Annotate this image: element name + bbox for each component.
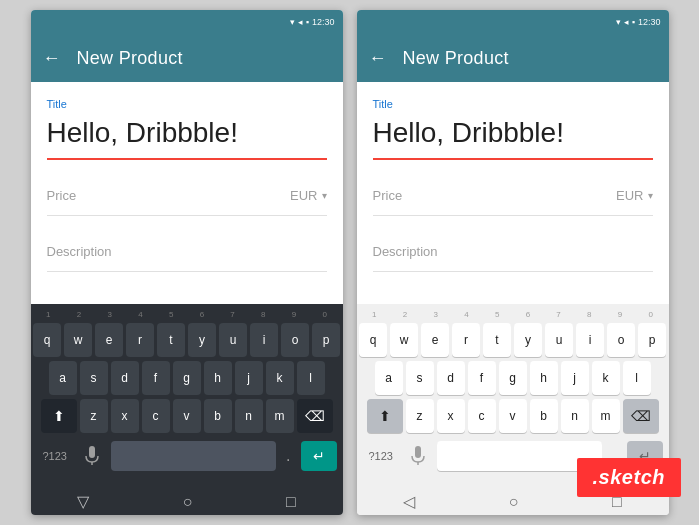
key-a[interactable]: a	[49, 361, 77, 395]
key-f[interactable]: f	[142, 361, 170, 395]
key-m[interactable]: m	[266, 399, 294, 433]
key-e[interactable]: e	[95, 323, 123, 357]
key-row-3-light: ⬆ z x c v b n m ⌫	[359, 399, 667, 433]
sketch-badge: .sketch	[577, 458, 681, 497]
shift-key-light[interactable]: ⬆	[367, 399, 403, 433]
key-v-l[interactable]: v	[499, 399, 527, 433]
description-underline-light	[373, 271, 653, 272]
key-x-l[interactable]: x	[437, 399, 465, 433]
key-w-l[interactable]: w	[390, 323, 418, 357]
key-k-l[interactable]: k	[592, 361, 620, 395]
title-value-light[interactable]: Hello, Dribbble!	[373, 116, 653, 154]
price-label-dark: Price	[47, 188, 77, 203]
key-x[interactable]: x	[111, 399, 139, 433]
key-t-l[interactable]: t	[483, 323, 511, 357]
shift-key-dark[interactable]: ⬆	[41, 399, 77, 433]
status-icons-dark: ▾ ◂ ▪ 12:30	[290, 17, 334, 27]
description-underline-dark	[47, 271, 327, 272]
description-label-dark: Description	[47, 236, 327, 267]
key-i[interactable]: i	[250, 323, 278, 357]
key-h[interactable]: h	[204, 361, 232, 395]
key-y-l[interactable]: y	[514, 323, 542, 357]
svg-rect-2	[415, 446, 421, 458]
key-q-l[interactable]: q	[359, 323, 387, 357]
key-row-1-dark: q w e r t y u i o p	[33, 323, 341, 357]
nav-back-icon-dark[interactable]: ▽	[77, 492, 89, 511]
key-b[interactable]: b	[204, 399, 232, 433]
key-z-l[interactable]: z	[406, 399, 434, 433]
key-d[interactable]: d	[111, 361, 139, 395]
title-underline-dark	[47, 158, 327, 160]
key-m-l[interactable]: m	[592, 399, 620, 433]
back-button-light[interactable]: ←	[369, 48, 387, 69]
key-u-l[interactable]: u	[545, 323, 573, 357]
key-s[interactable]: s	[80, 361, 108, 395]
key-o[interactable]: o	[281, 323, 309, 357]
time-light: 12:30	[638, 17, 661, 27]
mic-key-light[interactable]	[403, 441, 433, 471]
key-g-l[interactable]: g	[499, 361, 527, 395]
key-w[interactable]: w	[64, 323, 92, 357]
spacebar-dark[interactable]	[111, 441, 276, 471]
mic-key-dark[interactable]	[77, 441, 107, 471]
key-y[interactable]: y	[188, 323, 216, 357]
enter-key-dark[interactable]: ↵	[301, 441, 337, 471]
key-row-3-dark: ⬆ z x c v b n m ⌫	[33, 399, 341, 433]
key-q[interactable]: q	[33, 323, 61, 357]
form-dark: Title Hello, Dribbble! Price EUR ▾ Descr…	[31, 82, 343, 304]
price-row-light: Price EUR ▾	[373, 180, 653, 211]
key-l-l[interactable]: l	[623, 361, 651, 395]
nav-bar-dark: ▽ ○ □	[31, 481, 343, 515]
price-underline-light	[373, 215, 653, 216]
nav-back-icon-light[interactable]: ◁	[403, 492, 415, 511]
title-value-dark[interactable]: Hello, Dribbble!	[47, 116, 327, 154]
key-c-l[interactable]: c	[468, 399, 496, 433]
back-button-dark[interactable]: ←	[43, 48, 61, 69]
key-i-l[interactable]: i	[576, 323, 604, 357]
key-n[interactable]: n	[235, 399, 263, 433]
delete-key-dark[interactable]: ⌫	[297, 399, 333, 433]
key-v[interactable]: v	[173, 399, 201, 433]
key-j-l[interactable]: j	[561, 361, 589, 395]
key-r-l[interactable]: r	[452, 323, 480, 357]
nav-home-icon-dark[interactable]: ○	[183, 493, 193, 511]
form-light: Title Hello, Dribbble! Price EUR ▾ Descr…	[357, 82, 669, 304]
key-a-l[interactable]: a	[375, 361, 403, 395]
key-p[interactable]: p	[312, 323, 340, 357]
title-label-light: Title	[373, 98, 653, 110]
key-j[interactable]: j	[235, 361, 263, 395]
currency-selector-light[interactable]: EUR ▾	[616, 188, 652, 203]
battery-icon: ▪	[306, 17, 309, 27]
nav-recent-icon-dark[interactable]: □	[286, 493, 296, 511]
key-b-l[interactable]: b	[530, 399, 558, 433]
nav-home-icon-light[interactable]: ○	[509, 493, 519, 511]
key-k[interactable]: k	[266, 361, 294, 395]
key-f-l[interactable]: f	[468, 361, 496, 395]
app-bar-dark: ← New Product	[31, 34, 343, 82]
emoji-switch-light[interactable]: ?123	[363, 446, 399, 466]
key-p-l[interactable]: p	[638, 323, 666, 357]
key-g[interactable]: g	[173, 361, 201, 395]
title-underline-light	[373, 158, 653, 160]
key-h-l[interactable]: h	[530, 361, 558, 395]
key-o-l[interactable]: o	[607, 323, 635, 357]
delete-key-light[interactable]: ⌫	[623, 399, 659, 433]
key-u[interactable]: u	[219, 323, 247, 357]
key-c[interactable]: c	[142, 399, 170, 433]
key-z[interactable]: z	[80, 399, 108, 433]
key-l[interactable]: l	[297, 361, 325, 395]
emoji-switch-dark[interactable]: ?123	[37, 446, 73, 466]
currency-value-light: EUR	[616, 188, 643, 203]
key-e-l[interactable]: e	[421, 323, 449, 357]
app-title-light: New Product	[403, 48, 509, 69]
phone-light: ▾ ◂ ▪ 12:30 ← New Product Title Hello, D…	[357, 10, 669, 515]
key-r[interactable]: r	[126, 323, 154, 357]
key-n-l[interactable]: n	[561, 399, 589, 433]
svg-rect-0	[89, 446, 95, 458]
period-key-dark[interactable]: .	[280, 443, 296, 469]
currency-selector-dark[interactable]: EUR ▾	[290, 188, 326, 203]
key-d-l[interactable]: d	[437, 361, 465, 395]
key-s-l[interactable]: s	[406, 361, 434, 395]
price-underline-dark	[47, 215, 327, 216]
key-t[interactable]: t	[157, 323, 185, 357]
